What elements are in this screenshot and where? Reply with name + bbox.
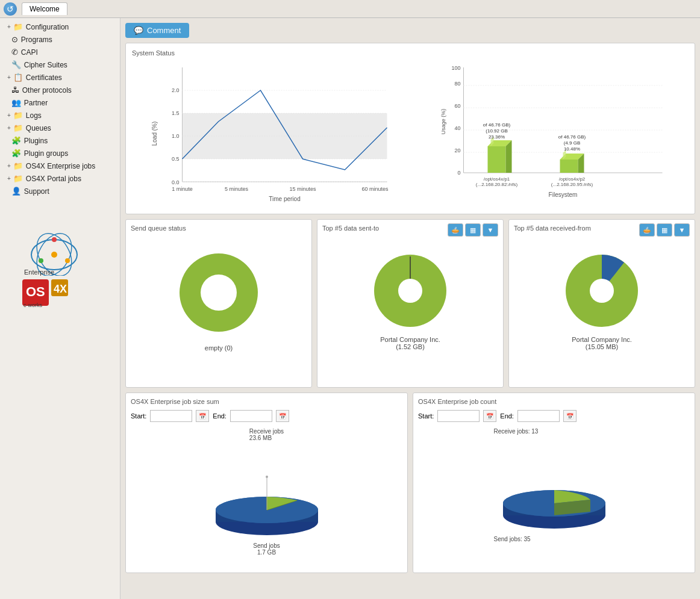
nav-back-button[interactable]: ↺: [4, 2, 17, 16]
svg-text:(...2.168.20.95:/nfs): (...2.168.20.95:/nfs): [551, 182, 593, 187]
svg-text:Load (%): Load (%): [151, 122, 158, 146]
sidebar-item-os4x-portal[interactable]: + 📁 OS4X Portal jobs: [0, 172, 120, 185]
svg-text:23.36%: 23.36%: [489, 134, 505, 140]
portal-icon: 📁: [13, 174, 23, 183]
svg-text:/opt/os4x/p2: /opt/os4x/p2: [559, 176, 586, 182]
pie-chart-btn-2[interactable]: 🥧: [639, 223, 655, 237]
top5-received-toolbar: 🥧 ▦ ▼: [639, 223, 690, 237]
end-date-input[interactable]: [230, 410, 272, 422]
end-date-input-2[interactable]: [517, 410, 560, 422]
plugin-groups-icon: 🧩: [11, 149, 21, 158]
programs-icon: ⊙: [11, 35, 18, 44]
sidebar-item-queues[interactable]: + 📁 Queues: [0, 122, 120, 134]
sidebar-item-other-protocols[interactable]: 🖧 Other protocols: [0, 84, 120, 96]
table-btn-2[interactable]: ▦: [657, 223, 672, 237]
start-label: Start:: [131, 412, 146, 420]
svg-text:2.0: 2.0: [172, 87, 180, 93]
comment-icon: 💬: [134, 26, 143, 35]
svg-text:(4.9 GB: (4.9 GB: [564, 140, 581, 146]
expander-icon: +: [7, 74, 11, 81]
sidebar: + 📁 Configuration ⊙ Programs ✆ CAPI 🔧 Ci…: [0, 18, 120, 599]
svg-point-3: [52, 237, 57, 242]
svg-point-66: [201, 275, 237, 311]
sidebar-item-plugins[interactable]: 🧩 Plugins: [0, 134, 120, 147]
sidebar-label: Support: [24, 187, 49, 196]
tab-welcome[interactable]: Welcome: [22, 2, 67, 15]
filesystem-chart-svg: 0 20 40 60 80 100 Usage (%): [413, 61, 689, 206]
sidebar-label: CAPI: [21, 48, 38, 57]
top5-received-donut: [557, 246, 647, 336]
sidebar-item-os4x-enterprise[interactable]: + 📁 OS4X Enterprise jobs: [0, 160, 120, 172]
sidebar-item-plugin-groups[interactable]: 🧩 Plugin groups: [0, 147, 120, 160]
pie-chart-btn[interactable]: 🥧: [448, 223, 463, 237]
svg-point-6: [51, 252, 57, 258]
end-date-picker-2[interactable]: 📅: [563, 410, 577, 422]
sidebar-item-programs[interactable]: ⊙ Programs: [0, 33, 120, 46]
start-date-input[interactable]: [150, 410, 192, 422]
start-date-picker[interactable]: 📅: [196, 410, 209, 422]
logo-area: Enterprise OS 4X c-works software soluti…: [0, 222, 120, 314]
load-chart-svg: Load (%) 0.0 0.5 1.0 1.5 2.0: [132, 61, 407, 206]
count-send-label: Send jobs: 35: [494, 536, 614, 542]
cert-icon: 📋: [13, 73, 23, 82]
top5-sent-sublabel: (1.52 GB): [396, 343, 425, 350]
send-queue-label: empty (0): [205, 344, 233, 352]
svg-text:Time period: Time period: [269, 196, 300, 202]
svg-text:Usage (%): Usage (%): [440, 109, 446, 135]
sidebar-label: Partner: [24, 99, 48, 107]
system-status-panel: System Status Load (%) 0.0 0.5: [125, 43, 695, 214]
expander-icon: +: [7, 175, 11, 182]
sidebar-label: OS4X Enterprise jobs: [26, 162, 95, 170]
os4x-logo: Enterprise: [18, 228, 102, 276]
enterprise-count-svg: [488, 437, 620, 533]
svg-marker-49: [560, 160, 578, 173]
filter-btn[interactable]: ▼: [483, 223, 498, 237]
sidebar-item-support[interactable]: 👤 Support: [0, 185, 120, 197]
queues-icon: 📁: [13, 123, 23, 132]
table-btn[interactable]: ▦: [465, 223, 481, 237]
sidebar-item-cipher-suites[interactable]: 🔧 Cipher Suites: [0, 58, 120, 71]
enterprise-size-title: OS4X Enterprise job size sum: [131, 398, 402, 405]
sidebar-label: OS4X Portal jobs: [26, 175, 81, 183]
load-chart-area: Load (%) 0.0 0.5 1.0 1.5 2.0: [132, 61, 407, 208]
sidebar-item-capi[interactable]: ✆ CAPI: [0, 46, 120, 58]
start-label-2: Start:: [418, 412, 434, 420]
sidebar-label: Logs: [26, 111, 42, 120]
start-date-input-2[interactable]: [437, 410, 480, 422]
svg-point-71: [590, 279, 614, 303]
expander-icon: +: [7, 125, 11, 131]
svg-rect-27: [183, 113, 387, 159]
svg-text:20: 20: [454, 147, 460, 154]
expander-icon: +: [7, 163, 11, 169]
capi-icon: ✆: [11, 48, 18, 57]
filter-btn-2[interactable]: ▼: [674, 223, 690, 237]
end-label-2: End:: [500, 412, 514, 420]
svg-text:0: 0: [457, 170, 460, 176]
expander-icon: +: [7, 112, 11, 119]
svg-text:40: 40: [454, 125, 460, 131]
top5-sent-donut: [365, 246, 455, 336]
main-layout: + 📁 Configuration ⊙ Programs ✆ CAPI 🔧 Ci…: [0, 18, 700, 599]
start-date-picker-2[interactable]: 📅: [483, 410, 496, 422]
system-status-title: System Status: [132, 49, 689, 57]
svg-point-5: [65, 258, 70, 263]
sidebar-item-logs[interactable]: + 📁 Logs: [0, 109, 120, 122]
sidebar-item-configuration[interactable]: + 📁 Configuration: [0, 20, 120, 33]
send-queue-panel: Send queue status empty (0): [125, 219, 312, 388]
svg-text:4X: 4X: [54, 283, 67, 295]
enterprise-count-chart: Receive jobs: 13: [418, 428, 690, 542]
refresh-icon: ↺: [7, 4, 14, 14]
svg-text:0.0: 0.0: [172, 179, 180, 185]
svg-text:5 minutes: 5 minutes: [225, 186, 249, 192]
sidebar-item-partner[interactable]: 👥 Partner: [0, 96, 120, 109]
end-date-picker[interactable]: 📅: [276, 410, 289, 422]
enterprise-count-title: OS4X Enterprise job count: [418, 398, 690, 405]
sidebar-item-certificates[interactable]: + 📋 Certificates: [0, 71, 120, 84]
enterprise-size-panel: OS4X Enterprise job size sum Start: 📅 En…: [125, 393, 408, 573]
sidebar-label: Plugin groups: [24, 149, 68, 158]
comment-button[interactable]: 💬 Comment: [125, 23, 189, 38]
svg-text:60: 60: [454, 103, 460, 109]
top5-sent-panel: Top #5 data sent-to 🥧 ▦ ▼ Portal Company…: [317, 219, 504, 388]
filesystem-chart-area: 0 20 40 60 80 100 Usage (%): [413, 61, 689, 208]
svg-text:c-works: c-works: [23, 302, 42, 308]
